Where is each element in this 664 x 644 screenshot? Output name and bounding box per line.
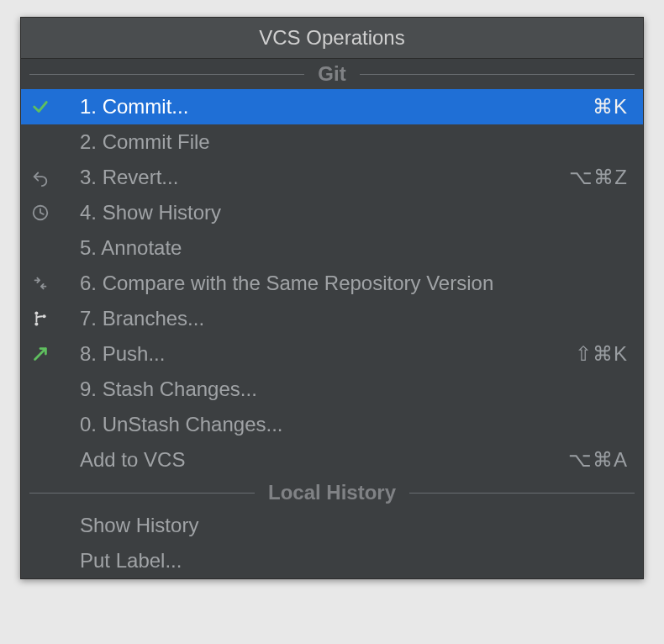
section-header-label: Git [313,62,350,86]
svg-point-1 [34,312,38,315]
menu-item-commit[interactable]: 1. Commit... ⌘K [21,89,643,124]
revert-icon [26,168,55,187]
menu-item-unstash[interactable]: 0. UnStash Changes... [21,407,643,442]
menu-item-annotate[interactable]: 5. Annotate [21,230,643,266]
menu-item-label: 0. UnStash Changes... [55,413,282,436]
menu-item-label: 3. Revert... [55,166,178,189]
menu-item-label: 8. Push... [55,342,165,366]
menu-item-commit-file[interactable]: 2. Commit File [21,124,643,160]
menu-item-label: 6. Compare with the Same Repository Vers… [55,272,493,295]
menu-item-local-show-history[interactable]: Show History [21,508,643,543]
menu-item-push[interactable]: 8. Push... ⇧⌘K [21,336,643,372]
menu-item-compare[interactable]: 6. Compare with the Same Repository Vers… [21,266,643,301]
menu-item-shortcut: ⌥⌘Z [569,166,628,189]
push-icon [26,345,55,363]
menu-item-show-history[interactable]: 4. Show History [21,195,643,230]
history-icon [26,203,55,222]
section-header-git: Git [21,59,643,89]
menu-item-label: 2. Commit File [55,130,210,154]
menu-item-shortcut: ⇧⌘K [575,342,628,366]
menu-item-label: 1. Commit... [55,95,188,119]
branch-icon [26,309,55,328]
menu-item-shortcut: ⌘K [593,95,628,119]
menu-item-label: Show History [55,514,198,537]
section-header-local-history: Local History [21,478,643,508]
popup-title: VCS Operations [21,18,643,59]
menu-item-shortcut: ⌥⌘A [568,448,628,472]
menu-item-label: 7. Branches... [55,307,204,330]
menu-item-label: Put Label... [55,549,182,573]
menu-item-put-label[interactable]: Put Label... [21,543,643,578]
svg-point-3 [43,314,46,318]
menu-item-label: 4. Show History [55,201,221,224]
vcs-operations-popup: VCS Operations Git 1. Commit... ⌘K 2. Co… [20,17,644,579]
svg-point-2 [34,322,38,325]
menu-item-label: 9. Stash Changes... [55,377,257,401]
menu-item-label: 5. Annotate [55,236,182,260]
menu-item-branches[interactable]: 7. Branches... [21,301,643,336]
menu-item-stash[interactable]: 9. Stash Changes... [21,372,643,407]
check-icon [26,98,55,116]
menu-item-revert[interactable]: 3. Revert... ⌥⌘Z [21,160,643,195]
menu-item-add-to-vcs[interactable]: Add to VCS ⌥⌘A [21,442,643,478]
compare-icon [26,274,55,293]
section-header-label: Local History [263,481,401,504]
menu-item-label: Add to VCS [55,448,185,472]
